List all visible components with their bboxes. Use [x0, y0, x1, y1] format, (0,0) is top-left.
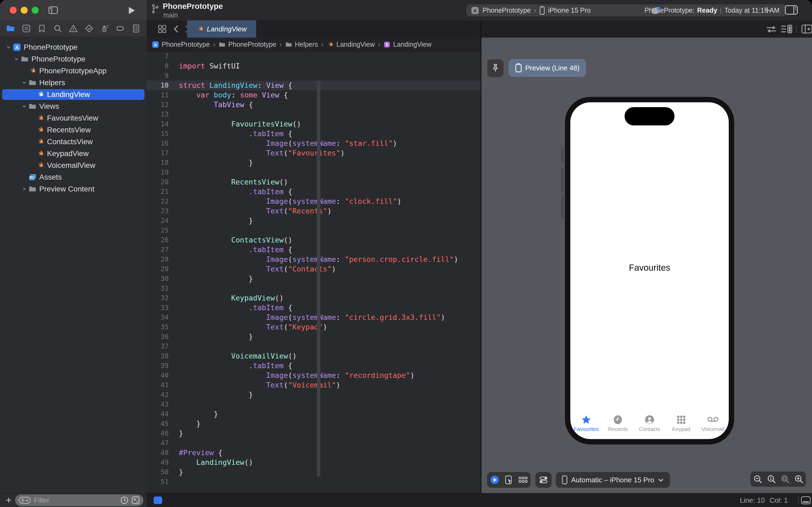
editor-tab-landingview[interactable]: LandingView	[187, 20, 256, 38]
toggle-inspector-icon[interactable]	[785, 5, 798, 15]
code-line-26[interactable]: 26 ContactsView()	[147, 235, 481, 245]
disclosure-chevron-right-icon[interactable]	[21, 186, 27, 192]
code-line-29[interactable]: 29 Text("Contacts")	[147, 264, 481, 274]
selectable-mode-icon[interactable]	[502, 472, 516, 488]
code-line-42[interactable]: 42 }	[147, 390, 481, 400]
disclosure-chevron-down-icon[interactable]	[21, 80, 27, 86]
variants-mode-icon[interactable]	[516, 472, 530, 488]
code-line-9[interactable]: 9	[147, 71, 481, 80]
code-line-39[interactable]: 39 .tabItem {	[147, 361, 481, 371]
scheme-selector[interactable]: A PhonePrototype › iPhone 15 Pro PhonePr…	[466, 4, 786, 16]
adjust-editor-icon[interactable]	[766, 25, 777, 33]
editor-layout-icon[interactable]	[801, 496, 811, 505]
code-line-8[interactable]: 8import SwiftUI	[147, 61, 481, 71]
breadcrumb-item-phoneprototype[interactable]: APhonePrototype	[152, 41, 210, 48]
zoom-fit-icon[interactable]	[778, 472, 792, 486]
sidebar-item-favouritesview[interactable]: FavouritesView	[0, 112, 147, 124]
add-tab-button[interactable]: +	[762, 5, 773, 15]
code-line-13[interactable]: 13	[147, 110, 481, 119]
code-line-37[interactable]: 37	[147, 342, 481, 351]
code-line-15[interactable]: 15 .tabItem {	[147, 129, 481, 138]
code-line-35[interactable]: 35 Text("Keypad")	[147, 322, 481, 332]
code-line-10[interactable]: 10struct LandingView: View {	[147, 80, 481, 90]
code-line-14[interactable]: 14 FavouritesView()	[147, 119, 481, 129]
recent-files-clock-icon[interactable]	[120, 496, 128, 504]
code-line-38[interactable]: 38 VoicemailView()	[147, 351, 481, 361]
code-line-50[interactable]: 50}	[147, 467, 481, 477]
code-line-28[interactable]: 28 Image(systemName: "person.crop.circle…	[147, 255, 481, 264]
code-fold-ribbon[interactable]	[317, 80, 321, 477]
code-line-18[interactable]: 18 }	[147, 158, 481, 168]
code-line-20[interactable]: 20 RecentsView()	[147, 177, 481, 187]
cloud-status-icon[interactable]	[649, 4, 662, 15]
breadcrumb-item-phoneprototype[interactable]: PhonePrototype	[219, 41, 276, 48]
zoom-in-icon[interactable]	[792, 472, 806, 486]
sidebar-item-contactsview[interactable]: ContactsView	[0, 136, 147, 148]
sidebar-item-landingview[interactable]: LandingView	[0, 89, 147, 101]
code-line-16[interactable]: 16 Image(systemName: "star.fill")	[147, 138, 481, 148]
code-line-45[interactable]: 45 }	[147, 419, 481, 429]
code-line-48[interactable]: 48#Preview {	[147, 448, 481, 458]
source-control-filter-icon[interactable]	[131, 496, 139, 504]
code-line-7[interactable]: 7	[147, 52, 481, 61]
code-line-22[interactable]: 22 Image(systemName: "clock.fill")	[147, 196, 481, 206]
toggle-navigator-icon[interactable]	[48, 6, 59, 15]
live-preview-play-button[interactable]	[487, 472, 502, 488]
code-line-21[interactable]: 21 .tabItem {	[147, 187, 481, 196]
phone-tab-contacts[interactable]: Contacts	[634, 413, 665, 439]
code-line-17[interactable]: 17 Text("Favourites")	[147, 148, 481, 158]
source-control-icon[interactable]	[19, 22, 33, 35]
find-icon[interactable]	[51, 22, 64, 35]
phone-tab-keypad[interactable]: Keypad	[665, 413, 697, 439]
disclosure-chevron-down-icon[interactable]	[6, 45, 11, 50]
run-button[interactable]	[127, 6, 136, 15]
add-file-button[interactable]: +	[4, 496, 13, 505]
preview-chip[interactable]: Preview (Line 48)	[509, 59, 586, 77]
bookmarks-icon[interactable]	[35, 22, 49, 35]
tests-icon[interactable]	[82, 22, 96, 35]
close-window-button[interactable]	[10, 7, 17, 14]
code-line-30[interactable]: 30 }	[147, 274, 481, 284]
iphone-screen[interactable]: Favourites FavouritesRecentsContactsKeyp…	[570, 102, 729, 439]
sidebar-item-preview-content[interactable]: Preview Content	[0, 183, 147, 195]
sidebar-item-voicemailview[interactable]: VoicemailView	[0, 160, 147, 171]
sidebar-item-helpers[interactable]: Helpers	[0, 77, 147, 89]
filter-field[interactable]: Filter	[15, 494, 143, 506]
sidebar-item-views[interactable]: Views	[0, 101, 147, 112]
code-line-36[interactable]: 36 }	[147, 332, 481, 342]
minimize-window-button[interactable]	[21, 7, 27, 14]
breadcrumb-item-landingview[interactable]: SLandingView	[384, 41, 431, 48]
issues-icon[interactable]	[67, 22, 80, 35]
disclosure-chevron-down-icon[interactable]	[14, 56, 19, 62]
code-line-46[interactable]: 46}	[147, 429, 481, 438]
sidebar-item-recentsview[interactable]: RecentsView	[0, 124, 147, 136]
preview-device-selector[interactable]: Automatic – iPhone 15 Pro	[556, 472, 670, 488]
code-line-32[interactable]: 32 KeypadView()	[147, 293, 481, 303]
code-line-33[interactable]: 33 .tabItem {	[147, 303, 481, 313]
code-line-47[interactable]: 47	[147, 438, 481, 448]
source-editor[interactable]: 78import SwiftUI910struct LandingView: V…	[147, 52, 481, 493]
device-settings-icon[interactable]	[535, 472, 552, 488]
breadcrumb-item-helpers[interactable]: Helpers	[285, 41, 318, 48]
disclosure-chevron-down-icon[interactable]	[21, 104, 27, 109]
code-line-24[interactable]: 24 }	[147, 216, 481, 226]
breadcrumb-item-landingview[interactable]: LandingView	[327, 41, 375, 48]
code-line-23[interactable]: 23 Text("Recents")	[147, 206, 481, 216]
code-line-34[interactable]: 34 Image(systemName: "circle.grid.3x3.fi…	[147, 313, 481, 322]
phone-tab-recents[interactable]: Recents	[602, 413, 634, 439]
code-line-40[interactable]: 40 Image(systemName: "recordingtape")	[147, 371, 481, 380]
debug-icon[interactable]	[98, 22, 111, 35]
code-line-27[interactable]: 27 .tabItem {	[147, 245, 481, 255]
zoom-100-icon[interactable]: 1	[764, 472, 778, 486]
sidebar-item-phoneprototypeapp[interactable]: PhonePrototypeApp	[0, 65, 147, 77]
code-line-19[interactable]: 19	[147, 168, 481, 177]
code-line-11[interactable]: 11 var body: some View {	[147, 90, 481, 100]
code-line-12[interactable]: 12 TabView {	[147, 100, 481, 110]
code-line-44[interactable]: 44 }	[147, 409, 481, 419]
breakpoints-icon[interactable]	[114, 22, 127, 35]
add-editor-icon[interactable]	[801, 24, 812, 34]
related-items-icon[interactable]	[157, 24, 167, 34]
sidebar-item-keypadview[interactable]: KeypadView	[0, 148, 147, 160]
sidebar-item-assets[interactable]: Assets	[0, 171, 147, 183]
code-line-25[interactable]: 25	[147, 226, 481, 235]
